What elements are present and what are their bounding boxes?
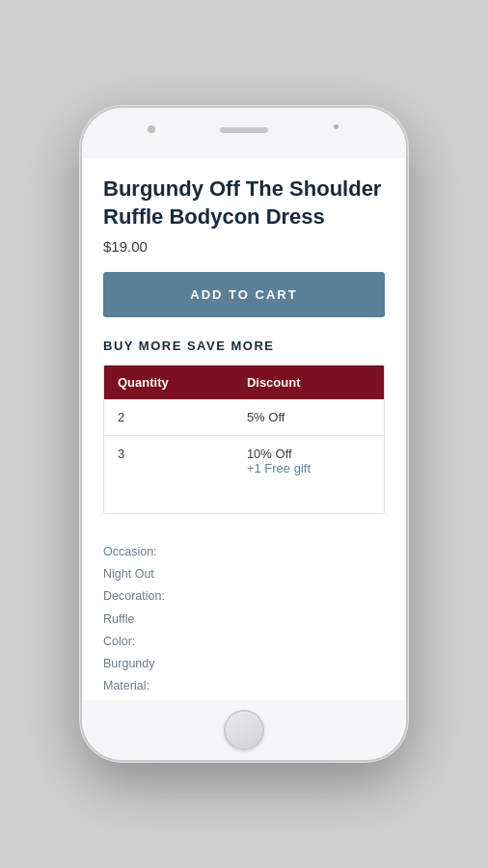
phone-top-bar [82, 108, 406, 158]
product-details: Occasion: Night Out Decoration: Ruffle C… [103, 541, 385, 697]
free-gift-label: +1 Free gift [247, 461, 311, 475]
detail-color: Color: [103, 631, 385, 653]
table-cell-qty: 3 [104, 436, 233, 487]
phone-screen[interactable]: Burgundy Off The Shoulder Ruffle Bodycon… [82, 158, 406, 700]
detail-occasion: Occasion: [103, 541, 385, 563]
discount-table-wrapper: Quantity Discount 25% Off310% Off+1 Free… [103, 365, 385, 514]
table-col-discount: Discount [233, 366, 384, 399]
color-label: Color: [103, 635, 135, 648]
sensor-dot [334, 124, 339, 129]
table-col-quantity: Quantity [104, 366, 233, 399]
speaker-grille [220, 127, 268, 133]
discount-table: Quantity Discount 25% Off310% Off+1 Free… [104, 366, 384, 486]
add-to-cart-button[interactable]: ADD TO CART [103, 272, 385, 317]
power-button [406, 224, 408, 274]
detail-material: Material: [103, 675, 385, 697]
occasion-value: Night Out [103, 567, 154, 581]
detail-color-value: Burgundy [103, 653, 385, 675]
detail-decoration: Decoration: [103, 585, 385, 608]
table-cell-discount: 5% Off [233, 399, 384, 436]
table-cell-qty: 2 [104, 399, 233, 436]
buy-more-save-more-heading: BUY MORE SAVE MORE [103, 339, 385, 353]
detail-decoration-value: Ruffle [103, 609, 385, 631]
material-label: Material: [103, 679, 149, 692]
phone-frame: Burgundy Off The Shoulder Ruffle Bodycon… [80, 106, 408, 762]
home-button[interactable] [224, 710, 264, 750]
detail-occasion-value: Night Out [103, 563, 385, 585]
front-camera-icon [148, 125, 155, 133]
volume-up-button [80, 214, 82, 241]
table-cell-discount: 10% Off+1 Free gift [233, 436, 384, 487]
phone-bottom-bar [82, 700, 406, 760]
product-price: $19.00 [103, 238, 385, 255]
table-row: 310% Off+1 Free gift [104, 436, 384, 487]
occasion-label: Occasion: [103, 545, 157, 558]
mute-button [80, 187, 82, 204]
decoration-label: Decoration: [103, 589, 165, 603]
decoration-value: Ruffle [103, 612, 134, 626]
volume-down-button [80, 251, 82, 278]
color-value: Burgundy [103, 657, 155, 670]
table-row: 25% Off [104, 399, 384, 436]
product-title: Burgundy Off The Shoulder Ruffle Bodycon… [103, 176, 385, 231]
